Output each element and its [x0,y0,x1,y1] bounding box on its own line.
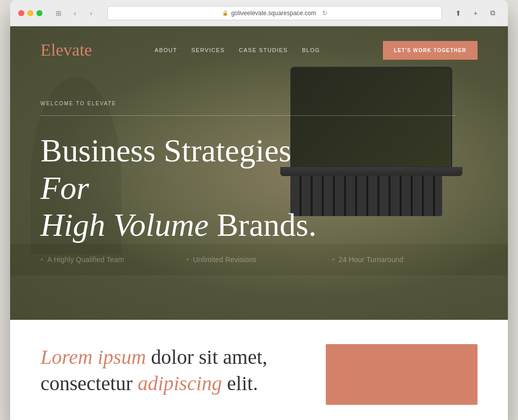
lock-icon: 🔒 [222,10,228,16]
cta-button[interactable]: LET'S WORK TOGETHER [383,41,478,60]
minimize-button[interactable] [27,10,33,16]
back-button[interactable]: ‹ [68,6,82,20]
below-fold-text: Lorem ipsum dolor sit amet, consectetur … [40,344,326,405]
traffic-lights [18,10,42,16]
hero-section: Elevate ABOUT SERVICES CASE STUDIES BLOG… [10,26,508,320]
share-icon[interactable]: ⬆ [451,6,465,20]
url-text: goliveelevate.squarespace.com [231,10,316,17]
nav-services[interactable]: SERVICES [191,47,225,53]
fullscreen-button[interactable] [36,10,42,16]
forward-button[interactable]: › [84,6,98,20]
address-bar[interactable]: 🔒 goliveelevate.squarespace.com ↻ [107,6,442,20]
headline-italic-highvolume: High Volume [40,207,208,243]
below-fold-headline: Lorem ipsum dolor sit amet, consectetur … [40,344,306,397]
below-fold-italic-adipiscing: adipiscing [138,372,222,395]
new-tab-icon[interactable]: + [468,6,483,20]
refresh-icon[interactable]: ↻ [322,10,327,17]
headline-brands: Brands. [208,207,316,243]
below-fold-image [326,344,478,405]
hero-headline: Business Strategies For High Volume Bran… [40,132,344,244]
browser-chrome: ⊞ ‹ › 🔒 goliveelevate.squarespace.com ↻ … [10,0,508,26]
below-fold-rest1: dolor sit amet, [146,346,268,368]
browser-nav: ⊞ ‹ › [52,6,98,20]
browser-window: ⊞ ‹ › 🔒 goliveelevate.squarespace.com ↻ … [10,0,508,420]
browser-actions: ⬆ + ⧉ [451,6,500,20]
hero-eyebrow: WELCOME TO ELEVATE [40,98,478,107]
below-fold-section: Lorem ipsum dolor sit amet, consectetur … [10,320,508,420]
main-nav: Elevate ABOUT SERVICES CASE STUDIES BLOG… [40,26,478,74]
headline-italic-for: For [40,170,89,206]
headline-line1: Business Strategies For [40,133,291,206]
nav-about[interactable]: ABOUT [155,47,178,53]
below-fold-line2: consectetur adipiscing elit. [40,372,258,395]
site-logo: Elevate [40,40,92,60]
nav-links: ABOUT SERVICES CASE STUDIES BLOG [155,47,320,53]
tabs-icon[interactable]: ⧉ [486,6,500,20]
nav-case-studies[interactable]: CASE STUDIES [239,47,288,53]
close-button[interactable] [18,10,24,16]
hero-divider [40,115,455,116]
eyebrow-text: WELCOME TO ELEVATE [40,101,116,106]
hero-content: Elevate ABOUT SERVICES CASE STUDIES BLOG… [10,26,508,244]
below-fold-italic-lorem: Lorem ipsum [40,346,146,368]
website: Elevate ABOUT SERVICES CASE STUDIES BLOG… [10,26,508,420]
nav-blog[interactable]: BLOG [302,47,320,53]
window-tile-icon[interactable]: ⊞ [52,6,66,20]
